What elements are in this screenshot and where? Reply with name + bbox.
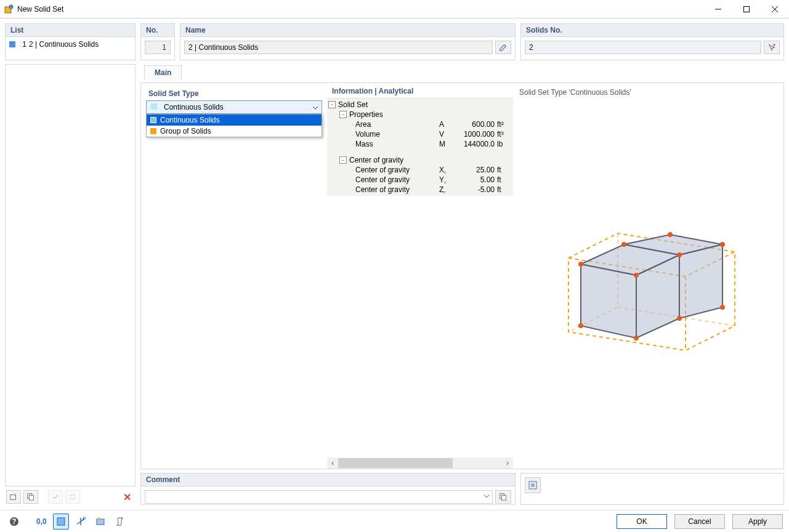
solidsno-header: Solids No.	[521, 24, 783, 37]
script-button[interactable]	[112, 514, 128, 530]
svg-point-1	[9, 5, 13, 9]
svg-point-20	[668, 232, 673, 237]
comment-field[interactable]	[145, 490, 493, 504]
svg-point-18	[578, 262, 583, 267]
collapse-icon[interactable]: −	[339, 111, 347, 118]
svg-rect-29	[501, 495, 506, 500]
preview-caption: Solid Set Type 'Continuous Solids'	[518, 88, 779, 102]
svg-point-26	[677, 316, 682, 321]
prop-name: Mass	[355, 140, 439, 148]
solid-set-type-combo[interactable]: Continuous Solids Continuous Solids Grou…	[146, 100, 322, 114]
cog-name: Center of gravity	[355, 175, 439, 184]
solid-set-type-dropdown: Continuous Solids Group of Solids	[146, 114, 322, 137]
axis-button[interactable]: A	[73, 514, 89, 530]
scroll-left-icon[interactable]: ‹	[327, 457, 338, 469]
comment-panel: Comment	[140, 473, 516, 505]
information-header: Information | Analytical	[327, 83, 513, 98]
comment-header: Comment	[141, 474, 515, 486]
list-panel	[5, 64, 136, 486]
chevron-down-icon	[484, 493, 490, 501]
list-body[interactable]	[6, 65, 135, 486]
svg-rect-39	[97, 519, 104, 525]
cancel-button[interactable]: Cancel	[674, 514, 725, 529]
option-label: Group of Solids	[160, 127, 211, 135]
solidsno-field[interactable]: 2	[525, 41, 761, 54]
maximize-button[interactable]	[732, 0, 761, 18]
app-icon	[4, 4, 14, 14]
cog-val: 25.00	[456, 166, 497, 174]
scrollbar-thumb[interactable]	[338, 458, 453, 468]
preview-settings-button[interactable]	[525, 477, 541, 493]
no-header: No.	[141, 24, 174, 37]
new-item-button[interactable]	[6, 490, 21, 504]
collapse-icon[interactable]: −	[339, 156, 347, 164]
prop-unit: ft²	[497, 120, 513, 129]
name-header: Name	[180, 24, 515, 37]
prop-val: 1000.000	[456, 130, 497, 139]
svg-text:A: A	[82, 517, 86, 523]
list-toolbar: ✕	[5, 489, 136, 505]
pick-solids-button[interactable]	[764, 41, 780, 54]
minimize-button[interactable]	[704, 0, 732, 18]
titlebar: New Solid Set	[0, 0, 789, 18]
prop-unit: ft³	[497, 130, 513, 139]
chevron-down-icon	[312, 104, 318, 113]
help-button[interactable]: ?	[6, 514, 22, 530]
dropdown-option-continuous[interactable]: Continuous Solids	[147, 115, 322, 126]
tree-properties: Properties	[349, 110, 513, 119]
solid-set-type-section: Solid Set Type Continuous Solids Continu…	[141, 83, 327, 469]
view-mode-button[interactable]	[53, 514, 69, 530]
ok-button[interactable]: OK	[617, 514, 667, 529]
units-button[interactable]: 0,00	[33, 514, 49, 530]
option-swatch-icon	[150, 117, 156, 123]
svg-point-21	[677, 252, 682, 257]
prop-row: ·VolumeV1000.000ft³	[327, 129, 513, 139]
comment-library-button[interactable]	[495, 490, 511, 504]
solidsno-panel: Solids No. 2	[520, 23, 784, 60]
render-button[interactable]	[92, 514, 108, 530]
cog-name: Center of gravity	[355, 166, 439, 174]
scroll-right-icon[interactable]: ›	[502, 457, 513, 469]
tab-main[interactable]: Main	[144, 65, 182, 79]
no-value: 1	[162, 43, 166, 52]
svg-point-19	[621, 242, 626, 247]
cog-sym: X꜀	[439, 166, 456, 174]
collapse-icon[interactable]: −	[328, 101, 336, 108]
svg-point-25	[634, 336, 639, 341]
option-swatch-icon	[150, 128, 156, 134]
cog-unit: ft	[497, 166, 513, 174]
name-value: 2 | Continuous Solids	[188, 43, 258, 52]
name-field[interactable]: 2 | Continuous Solids	[184, 41, 493, 54]
svg-point-27	[720, 305, 725, 310]
copy-item-button[interactable]	[23, 490, 38, 504]
preview-canvas[interactable]	[518, 102, 779, 464]
no-field[interactable]: 1	[145, 41, 171, 54]
list-header: List	[6, 24, 135, 37]
svg-rect-31	[531, 483, 535, 487]
horizontal-scrollbar[interactable]: ‹ ›	[327, 457, 513, 469]
apply-button[interactable]: Apply	[732, 514, 783, 529]
svg-point-22	[720, 242, 725, 247]
window-title: New Solid Set	[17, 5, 704, 14]
exclude-button	[65, 490, 80, 504]
close-button[interactable]	[761, 0, 789, 18]
delete-item-button[interactable]: ✕	[119, 490, 134, 504]
option-label: Continuous Solids	[160, 116, 220, 124]
dropdown-option-group[interactable]: Group of Solids	[147, 126, 322, 137]
svg-rect-3	[744, 6, 750, 12]
name-panel: Name 2 | Continuous Solids	[180, 23, 516, 60]
solid-preview-icon	[550, 203, 747, 363]
edit-name-button[interactable]	[495, 41, 511, 54]
tree-root: Solid Set	[338, 100, 513, 109]
cog-val: -5.00	[456, 185, 497, 194]
cog-row: ·Center of gravityZ꜀-5.00ft	[327, 185, 513, 195]
list-item[interactable]: 1 2 | Continuous Solids	[7, 39, 134, 49]
include-button	[48, 490, 63, 504]
svg-rect-10	[29, 495, 33, 500]
svg-marker-15	[679, 244, 722, 318]
list-item-label: 2 | Continuous Solids	[29, 40, 99, 49]
no-panel: No. 1	[140, 23, 175, 60]
svg-text:0,00: 0,00	[36, 517, 47, 526]
combo-swatch-icon	[151, 103, 157, 110]
list-panel-header-area: List 1 2 | Continuous Solids	[5, 23, 136, 60]
